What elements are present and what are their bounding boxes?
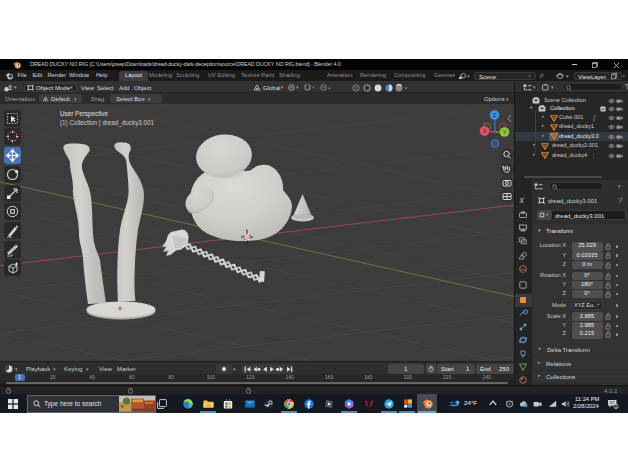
svg-text:Y: Y [503,129,507,135]
svg-text:X: X [483,128,487,134]
